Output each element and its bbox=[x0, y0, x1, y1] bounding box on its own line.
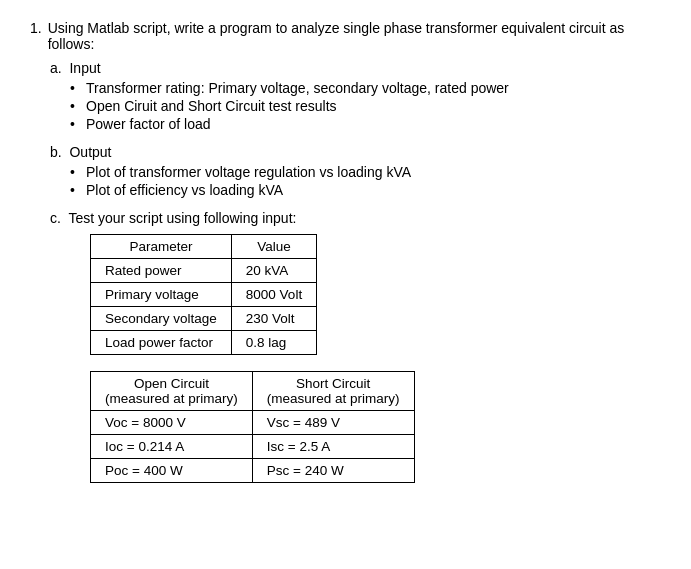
value-cell: 230 Volt bbox=[231, 307, 316, 331]
parameter-table: Parameter Value Rated power 20 kVA Prima… bbox=[90, 234, 317, 355]
oc-voc: Voc = 8000 V bbox=[91, 411, 253, 435]
table-row: Primary voltage 8000 Volt bbox=[91, 283, 317, 307]
param-cell: Rated power bbox=[91, 259, 232, 283]
circuit-test-table: Open Circuit(measured at primary) Short … bbox=[90, 371, 415, 483]
param-cell: Load power factor bbox=[91, 331, 232, 355]
sc-psc: Psc = 240 W bbox=[252, 459, 414, 483]
value-col-header: Value bbox=[231, 235, 316, 259]
input-bullet-1: Transformer rating: Primary voltage, sec… bbox=[70, 80, 661, 96]
output-bullet-list: Plot of transformer voltage regulation v… bbox=[70, 164, 661, 198]
main-item-number: 1. bbox=[30, 20, 42, 52]
output-bullet-1: Plot of transformer voltage regulation v… bbox=[70, 164, 661, 180]
input-label: a. Input bbox=[50, 60, 661, 76]
output-bullet-2: Plot of efficiency vs loading kVA bbox=[70, 182, 661, 198]
table-row: Ioc = 0.214 A Isc = 2.5 A bbox=[91, 435, 415, 459]
main-intro: Using Matlab script, write a program to … bbox=[48, 20, 661, 52]
table-row: Secondary voltage 230 Volt bbox=[91, 307, 317, 331]
open-circuit-header: Open Circuit(measured at primary) bbox=[91, 372, 253, 411]
oc-ioc: Ioc = 0.214 A bbox=[91, 435, 253, 459]
param-cell: Primary voltage bbox=[91, 283, 232, 307]
sc-vsc: Vsc = 489 V bbox=[252, 411, 414, 435]
value-cell: 20 kVA bbox=[231, 259, 316, 283]
table-row: Voc = 8000 V Vsc = 489 V bbox=[91, 411, 415, 435]
output-label: b. Output bbox=[50, 144, 661, 160]
sc-isc: Isc = 2.5 A bbox=[252, 435, 414, 459]
input-bullet-3: Power factor of load bbox=[70, 116, 661, 132]
value-cell: 8000 Volt bbox=[231, 283, 316, 307]
test-label: c. Test your script using following inpu… bbox=[50, 210, 661, 226]
param-col-header: Parameter bbox=[91, 235, 232, 259]
table-row: Rated power 20 kVA bbox=[91, 259, 317, 283]
oc-poc: Poc = 400 W bbox=[91, 459, 253, 483]
value-cell: 0.8 lag bbox=[231, 331, 316, 355]
table-row: Load power factor 0.8 lag bbox=[91, 331, 317, 355]
table-row: Poc = 400 W Psc = 240 W bbox=[91, 459, 415, 483]
input-bullet-2: Open Ciruit and Short Circuit test resul… bbox=[70, 98, 661, 114]
param-cell: Secondary voltage bbox=[91, 307, 232, 331]
input-bullet-list: Transformer rating: Primary voltage, sec… bbox=[70, 80, 661, 132]
short-circuit-header: Short Circuit(measured at primary) bbox=[252, 372, 414, 411]
